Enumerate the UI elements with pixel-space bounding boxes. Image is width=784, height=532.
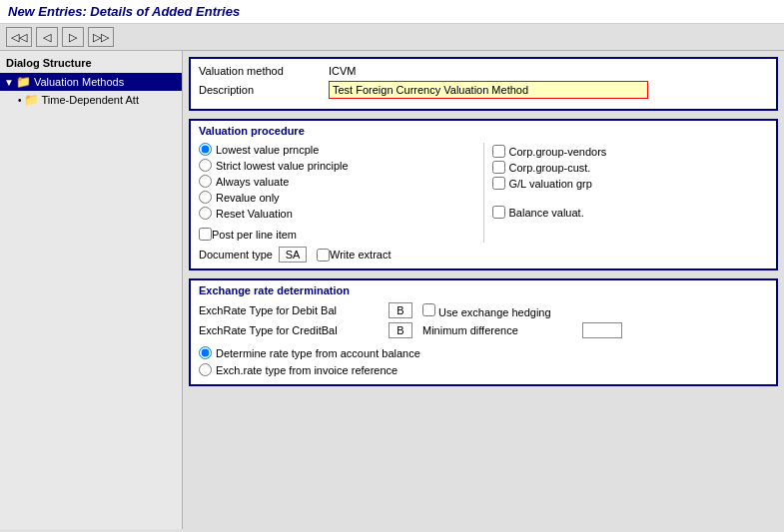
sidebar: Dialog Structure ▼ 📁 Valuation Methods •… (0, 51, 183, 529)
checkbox-gl-valuation[interactable]: G/L valuation grp (492, 177, 769, 190)
radio-lowest-value[interactable]: Lowest value prncple (199, 143, 475, 156)
folder-icon-time: 📁 (24, 93, 39, 107)
exch-debit-row: ExchRate Type for Debit Bal Use exchange… (199, 302, 768, 318)
corp-vendors-checkbox[interactable] (492, 145, 505, 158)
use-exchange-hedging-label: Use exchange hedging (422, 303, 582, 318)
radio-strict-lowest-input[interactable] (199, 159, 212, 172)
radio-strict-lowest-label: Strict lowest value principle (216, 160, 349, 172)
radio-revalue-only-input[interactable] (199, 191, 212, 204)
toolbar-btn-next[interactable]: ▷ (62, 27, 84, 47)
sidebar-valuation-label: Valuation Methods (34, 76, 124, 88)
valuation-method-value: ICVM (329, 65, 357, 77)
arrow-sub-icon: • (18, 95, 22, 106)
description-row: Description (199, 81, 768, 99)
doc-type-input[interactable] (279, 247, 307, 263)
procedure-left-col: Lowest value prncple Strict lowest value… (199, 143, 475, 263)
valuation-procedure-header: Valuation procedure (191, 121, 776, 139)
exch-credit-row: ExchRate Type for CreditBal Minimum diff… (199, 322, 768, 338)
title-bar: New Entries: Details of Added Entries (0, 0, 784, 24)
title-text: New Entries: Details of Added Entries (8, 4, 240, 19)
valuation-method-label: Valuation method (199, 65, 329, 77)
radio-revalue-only-label: Revalue only (216, 192, 280, 204)
exchange-rate-box: Exchange rate determination ExchRate Typ… (189, 278, 778, 386)
exch-credit-input[interactable] (389, 322, 412, 338)
toolbar: ◁◁ ◁ ▷ ▷▷ (0, 24, 784, 51)
toolbar-btn-first[interactable]: ◁◁ (6, 27, 32, 47)
sidebar-time-label: Time-Dependent Att (42, 94, 139, 106)
radio-account-balance[interactable]: Determine rate type from account balance (199, 346, 768, 359)
use-exchange-hedging-checkbox[interactable] (422, 303, 435, 316)
gl-valuation-checkbox[interactable] (492, 177, 505, 190)
corp-cust-label: Corp.group-cust. (509, 162, 591, 174)
procedure-content: Lowest value prncple Strict lowest value… (191, 139, 776, 268)
radio-account-balance-input[interactable] (199, 346, 212, 359)
exch-debit-input[interactable] (389, 302, 412, 318)
arrow-icon: ▼ (4, 77, 14, 88)
radio-always-valuate[interactable]: Always valuate (199, 175, 475, 188)
sidebar-header: Dialog Structure (0, 55, 182, 71)
exchange-content: ExchRate Type for Debit Bal Use exchange… (191, 298, 776, 384)
folder-icon-valuation: 📁 (16, 75, 31, 89)
procedure-right-col: Corp.group-vendors Corp.group-cust. G/L … (492, 143, 769, 263)
radio-reset-valuation-input[interactable] (199, 207, 212, 220)
radio-account-balance-label: Determine rate type from account balance (216, 347, 420, 359)
radio-reset-valuation-label: Reset Valuation (216, 208, 293, 220)
exch-radios: Determine rate type from account balance… (199, 346, 768, 376)
balance-valuat-checkbox[interactable] (492, 206, 505, 219)
description-input[interactable] (329, 81, 648, 99)
exch-credit-label: ExchRate Type for CreditBal (199, 324, 389, 336)
balance-valuat-area: Balance valuat. (492, 206, 769, 219)
main-area: Dialog Structure ▼ 📁 Valuation Methods •… (0, 51, 784, 529)
exchange-rate-header: Exchange rate determination (191, 280, 776, 298)
toolbar-btn-prev[interactable]: ◁ (36, 27, 58, 47)
divider (483, 143, 484, 243)
valuation-method-row: Valuation method ICVM (199, 65, 768, 77)
radio-invoice-reference-input[interactable] (199, 363, 212, 376)
radio-revalue-only[interactable]: Revalue only (199, 191, 475, 204)
gl-valuation-label: G/L valuation grp (509, 178, 592, 190)
sidebar-item-time-dependent[interactable]: • 📁 Time-Dependent Att (14, 91, 182, 109)
balance-valuat-label: Balance valuat. (509, 207, 584, 219)
radio-reset-valuation[interactable]: Reset Valuation (199, 207, 475, 220)
corp-vendors-label: Corp.group-vendors (509, 146, 607, 158)
checkbox-corp-vendors[interactable]: Corp.group-vendors (492, 145, 769, 158)
description-label: Description (199, 84, 329, 96)
post-line-area: Post per line item Document type Write e… (199, 228, 475, 263)
post-per-line-checkbox[interactable] (199, 228, 212, 241)
valuation-procedure-box: Valuation procedure Lowest value prncple… (189, 119, 778, 270)
write-extract-label: Write extract (330, 249, 392, 261)
post-per-line-row[interactable]: Post per line item (199, 228, 475, 241)
min-difference-label: Minimum difference (422, 324, 582, 336)
radio-strict-lowest[interactable]: Strict lowest value principle (199, 159, 475, 172)
radio-always-valuate-label: Always valuate (216, 176, 289, 188)
valuation-method-box: Valuation method ICVM Description (189, 57, 778, 111)
sidebar-tree: ▼ 📁 Valuation Methods • 📁 Time-Dependent… (0, 73, 182, 109)
radio-always-valuate-input[interactable] (199, 175, 212, 188)
radio-invoice-reference[interactable]: Exch.rate type from invoice reference (199, 363, 768, 376)
content-area: Valuation method ICVM Description Valuat… (183, 51, 784, 529)
write-extract-checkbox[interactable] (317, 249, 330, 262)
checkbox-balance-valuat[interactable]: Balance valuat. (492, 206, 769, 219)
doc-type-row: Document type Write extract (199, 247, 475, 263)
exch-debit-label: ExchRate Type for Debit Bal (199, 304, 389, 316)
sidebar-sub: • 📁 Time-Dependent Att (0, 91, 182, 109)
toolbar-btn-last[interactable]: ▷▷ (88, 27, 114, 47)
corp-cust-checkbox[interactable] (492, 161, 505, 174)
radio-lowest-value-input[interactable] (199, 143, 212, 156)
sidebar-item-valuation-methods[interactable]: ▼ 📁 Valuation Methods (0, 73, 182, 91)
checkbox-corp-cust[interactable]: Corp.group-cust. (492, 161, 769, 174)
doc-type-label: Document type (199, 249, 273, 261)
min-difference-input[interactable] (582, 322, 622, 338)
radio-invoice-reference-label: Exch.rate type from invoice reference (216, 364, 397, 376)
post-per-line-label: Post per line item (212, 229, 297, 241)
radio-lowest-value-label: Lowest value prncple (216, 144, 319, 156)
